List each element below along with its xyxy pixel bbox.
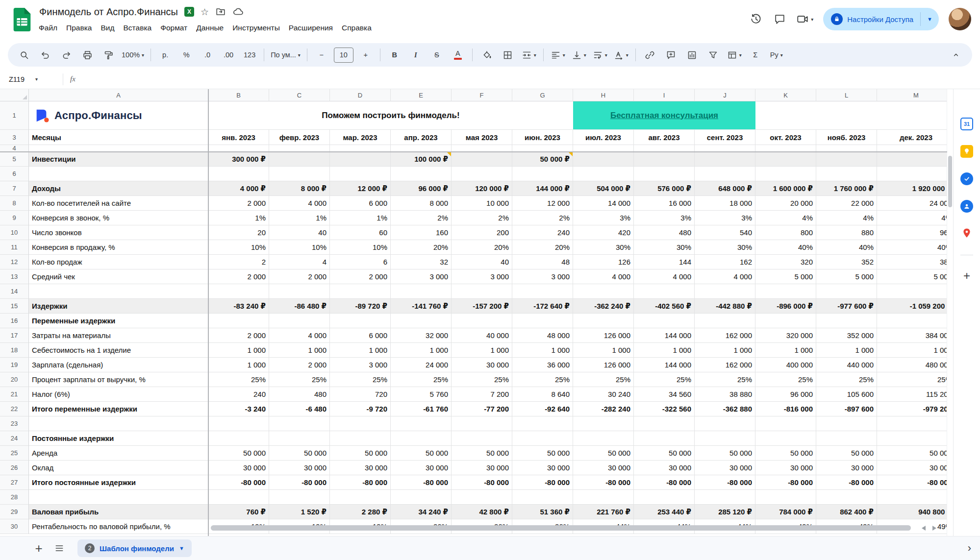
horizontal-scrollbar-thumb[interactable] (211, 525, 911, 531)
cell-I3[interactable]: авг. 2023 (634, 130, 695, 145)
column-header-M[interactable]: M (877, 89, 947, 101)
cell-B24[interactable] (208, 431, 269, 446)
cell-M25[interactable]: 50 000 (877, 446, 947, 461)
cell-A29[interactable]: Валовая прибыль (29, 505, 208, 519)
cell-F26[interactable]: 30 000 (452, 461, 512, 475)
text-rotation-button[interactable]: ▾ (611, 47, 631, 63)
cell-A7[interactable]: Доходы (29, 181, 208, 196)
cell-L21[interactable]: 105 600 (816, 387, 877, 402)
cell-C16[interactable] (269, 314, 330, 328)
column-header-A[interactable]: A (29, 89, 208, 101)
input-tools-button[interactable]: Ру▾ (766, 47, 787, 63)
cell-M5[interactable] (877, 152, 947, 167)
cell-I14[interactable] (634, 284, 695, 299)
cell-C27[interactable]: -80 000 (269, 475, 330, 490)
cell-K9[interactable]: 4% (755, 211, 816, 225)
cell-C13[interactable]: 2 000 (269, 269, 330, 284)
cell-G3[interactable]: июн. 2023 (512, 130, 573, 145)
all-sheets-button[interactable] (49, 539, 70, 557)
cell-D16[interactable] (330, 314, 391, 328)
banner-cta-cell[interactable]: Бесплатная консультация (573, 101, 755, 130)
cell-M9[interactable]: 4% (877, 211, 947, 225)
column-header-K[interactable]: K (755, 89, 816, 101)
cell-F12[interactable]: 40 (452, 255, 512, 269)
maps-icon[interactable] (961, 227, 972, 240)
font-size-input[interactable]: 10 (334, 48, 353, 63)
cell-B8[interactable]: 2 000 (208, 196, 269, 211)
cell-J4[interactable] (695, 145, 755, 152)
cell-F7[interactable]: 120 000 ₽ (452, 181, 512, 196)
cell-H29[interactable]: 221 760 ₽ (573, 505, 634, 519)
cell-B27[interactable]: -80 000 (208, 475, 269, 490)
cell-E4[interactable] (391, 145, 452, 152)
cell-F18[interactable]: 1 000 (452, 343, 512, 358)
share-button[interactable]: Настройки Доступа ▼ (823, 8, 939, 30)
cell-F17[interactable]: 40 000 (452, 328, 512, 343)
cell-D12[interactable]: 6 (330, 255, 391, 269)
cell-E9[interactable]: 2% (391, 211, 452, 225)
cell-G4[interactable] (512, 145, 573, 152)
cell-D24[interactable] (330, 431, 391, 446)
cell-M7[interactable]: 1 920 000 ₽ (877, 181, 947, 196)
cell-I16[interactable] (634, 314, 695, 328)
vertical-scrollbar-thumb[interactable] (948, 156, 952, 207)
row-header-3[interactable]: 3 (0, 130, 29, 145)
cell-C12[interactable]: 4 (269, 255, 330, 269)
cell-H24[interactable] (573, 431, 634, 446)
cell-D11[interactable]: 10% (330, 240, 391, 255)
cell-J14[interactable] (695, 284, 755, 299)
cell-C10[interactable]: 40 (269, 225, 330, 240)
menu-item-7[interactable]: Инструменты (228, 22, 284, 34)
cell-I22[interactable]: -322 560 (634, 402, 695, 416)
cell-M18[interactable]: 1 000 (877, 343, 947, 358)
cell-I9[interactable]: 3% (634, 211, 695, 225)
cell-L26[interactable]: 30 000 (816, 461, 877, 475)
cell-G26[interactable]: 30 000 (512, 461, 573, 475)
cell-H13[interactable]: 4 000 (573, 269, 634, 284)
cell-H21[interactable]: 30 240 (573, 387, 634, 402)
cell-B7[interactable]: 4 000 ₽ (208, 181, 269, 196)
cell-L4[interactable] (816, 145, 877, 152)
cell-D20[interactable]: 25% (330, 372, 391, 387)
cell-D28[interactable] (330, 490, 391, 505)
cell-J27[interactable]: -80 000 (695, 475, 755, 490)
cell-A30[interactable]: Рентабельность по валовой прибыли, % (29, 519, 208, 534)
cell-L19[interactable]: 440 000 (816, 358, 877, 372)
cell-B6[interactable] (208, 167, 269, 181)
cell-J7[interactable]: 648 000 ₽ (695, 181, 755, 196)
cell-D19[interactable]: 3 000 (330, 358, 391, 372)
cell-D4[interactable] (330, 145, 391, 152)
zoom-select[interactable]: 100%▾ (119, 47, 147, 63)
more-formats-button[interactable]: 123 (239, 47, 260, 63)
currency-format-button[interactable]: р. (155, 47, 176, 63)
row-header-29[interactable]: 29 (0, 505, 29, 519)
cell-J23[interactable] (695, 416, 755, 431)
scroll-right-arrow[interactable] (932, 526, 936, 531)
cell-M3[interactable]: дек. 2023 (877, 130, 947, 145)
cell-G16[interactable] (512, 314, 573, 328)
cell-K20[interactable]: 25% (755, 372, 816, 387)
cell-G13[interactable]: 3 000 (512, 269, 573, 284)
frozen-column-divider[interactable] (208, 89, 209, 536)
cell-J22[interactable]: -362 880 (695, 402, 755, 416)
cell-I15[interactable]: -402 560 ₽ (634, 299, 695, 314)
cell-H12[interactable]: 126 (573, 255, 634, 269)
menu-item-3[interactable]: Вид (96, 22, 119, 34)
cell-L17[interactable]: 352 000 (816, 328, 877, 343)
cell-F3[interactable]: мая 2023 (452, 130, 512, 145)
cell-J28[interactable] (695, 490, 755, 505)
cell-J15[interactable]: -442 880 ₽ (695, 299, 755, 314)
cell-F24[interactable] (452, 431, 512, 446)
cloud-status-icon[interactable] (232, 6, 244, 18)
row-header-18[interactable]: 18 (0, 343, 29, 358)
cell-A5[interactable]: Инвестиции (29, 152, 208, 167)
menu-item-6[interactable]: Данные (192, 22, 228, 34)
cell-A20[interactable]: Процент зарплаты от выручки, % (29, 372, 208, 387)
cell-A14[interactable] (29, 284, 208, 299)
strikethrough-button[interactable]: S (427, 47, 447, 63)
cell-C28[interactable] (269, 490, 330, 505)
cell-E21[interactable]: 5 760 (391, 387, 452, 402)
cell-M10[interactable]: 960 (877, 225, 947, 240)
cell-D8[interactable]: 6 000 (330, 196, 391, 211)
cell-L18[interactable]: 1 000 (816, 343, 877, 358)
